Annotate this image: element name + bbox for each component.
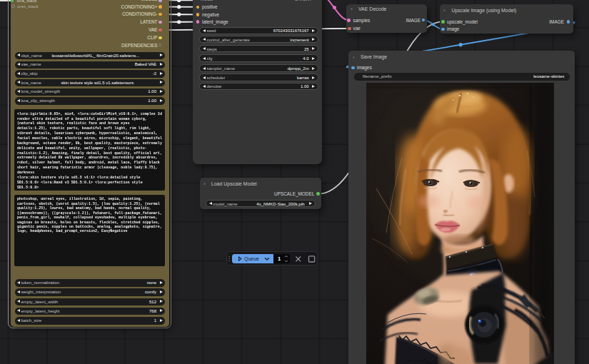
svg-text:Queue: Queue bbox=[244, 256, 259, 262]
